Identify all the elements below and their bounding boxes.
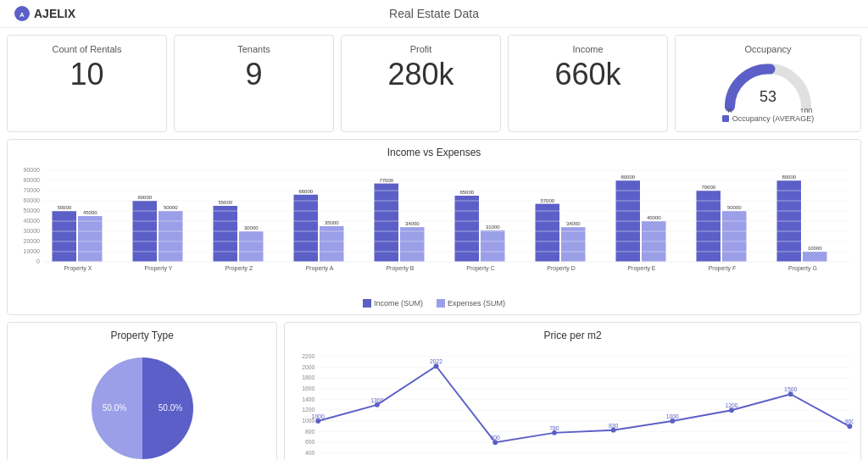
svg-text:Property D: Property D <box>547 265 575 272</box>
svg-text:35000: 35000 <box>325 220 339 225</box>
kpi-label-profit: Profit <box>410 44 432 54</box>
svg-text:60000: 60000 <box>137 195 152 200</box>
svg-text:80000: 80000 <box>620 175 635 180</box>
header: A AJELIX Real Estate Data <box>0 0 868 28</box>
svg-text:100: 100 <box>799 107 812 113</box>
gauge-legend-dot <box>722 115 729 122</box>
bar-legend-income: Income (SUM) <box>363 299 423 308</box>
svg-text:66000: 66000 <box>298 189 313 194</box>
svg-text:40000: 40000 <box>24 218 41 224</box>
pie-chart-card: Property Type 50.0% 50.0% Commercial Pri… <box>7 322 277 460</box>
svg-text:30000: 30000 <box>244 225 259 230</box>
bar-chart-svg: 90000 80000 70000 60000 50000 40000 3000… <box>14 162 854 293</box>
svg-text:80000: 80000 <box>24 177 41 183</box>
svg-text:600: 600 <box>491 435 501 441</box>
kpi-value-tenants: 9 <box>245 58 262 91</box>
kpi-card-profit: Profit 280k <box>341 35 501 132</box>
svg-text:10000: 10000 <box>24 248 41 254</box>
svg-text:1200: 1200 <box>302 407 314 413</box>
svg-text:57000: 57000 <box>540 198 554 203</box>
bar-chart-card: Income vs Expenses 90000 80000 70000 600… <box>7 139 861 315</box>
svg-text:70000: 70000 <box>701 185 715 190</box>
svg-rect-24 <box>53 211 77 262</box>
svg-text:900: 900 <box>845 418 854 424</box>
kpi-label-income: Income <box>572 44 603 54</box>
svg-text:Property C: Property C <box>466 265 494 272</box>
svg-text:Property F: Property F <box>709 265 737 272</box>
svg-point-104 <box>434 363 439 369</box>
svg-text:45000: 45000 <box>83 210 97 215</box>
svg-rect-16 <box>375 184 399 262</box>
svg-point-110 <box>788 391 793 396</box>
svg-rect-5 <box>803 252 827 262</box>
kpi-card-tenants: Tenants 9 <box>174 35 334 132</box>
svg-rect-15 <box>400 227 425 262</box>
svg-text:50000: 50000 <box>24 208 41 213</box>
svg-text:1800: 1800 <box>302 374 314 380</box>
bar-chart-legend: Income (SUM) Expenses (SUM) <box>14 299 854 308</box>
svg-text:50000: 50000 <box>164 205 178 210</box>
svg-rect-11 <box>561 227 586 262</box>
svg-text:34000: 34000 <box>566 221 581 226</box>
svg-text:1500: 1500 <box>784 386 797 392</box>
pie-chart-title: Property Type <box>14 330 270 341</box>
svg-rect-8 <box>697 191 721 262</box>
svg-text:34000: 34000 <box>405 221 420 226</box>
svg-rect-7 <box>722 211 747 262</box>
svg-text:31000: 31000 <box>486 224 500 230</box>
svg-text:40000: 40000 <box>647 215 661 220</box>
page-title: Real Estate Data <box>389 7 479 20</box>
svg-text:77000: 77000 <box>379 178 393 183</box>
pie-chart-svg: 50.0% 50.0% <box>70 345 214 460</box>
svg-rect-17 <box>320 226 344 262</box>
line-chart-card: Price per m2 2200 2000 1800 1600 1400 12… <box>284 322 861 460</box>
logo-icon: A <box>14 5 31 22</box>
svg-text:Property G: Property G <box>788 265 817 272</box>
svg-point-106 <box>552 430 557 435</box>
svg-text:2022: 2022 <box>430 358 442 364</box>
bar-chart-section: Income vs Expenses 90000 80000 70000 600… <box>0 136 868 319</box>
svg-rect-14 <box>455 196 480 262</box>
svg-text:20000: 20000 <box>24 238 41 244</box>
svg-text:800: 800 <box>305 429 315 435</box>
svg-rect-12 <box>536 204 560 262</box>
kpi-label-occupancy: Occupancy <box>744 44 791 54</box>
svg-rect-23 <box>78 216 103 262</box>
kpi-value-rentals: 10 <box>70 58 103 91</box>
svg-text:1000: 1000 <box>312 413 325 419</box>
svg-text:70000: 70000 <box>24 187 41 193</box>
svg-text:53: 53 <box>760 88 776 105</box>
svg-text:780: 780 <box>549 425 559 431</box>
svg-text:1000: 1000 <box>666 413 679 419</box>
svg-text:1600: 1600 <box>302 385 314 391</box>
kpi-label-rentals: Count of Rentals <box>53 44 122 54</box>
kpi-row: Count of Rentals 10 Tenants 9 Profit 280… <box>0 28 868 136</box>
svg-text:830: 830 <box>609 423 619 429</box>
svg-rect-13 <box>481 230 505 262</box>
svg-text:50000: 50000 <box>727 205 742 210</box>
bar-legend-expenses: Expenses (SUM) <box>437 299 505 308</box>
svg-point-103 <box>375 402 380 407</box>
kpi-card-rentals: Count of Rentals 10 <box>7 35 167 132</box>
kpi-value-income: 660k <box>554 58 620 91</box>
kpi-value-profit: 280k <box>387 58 453 91</box>
svg-text:A: A <box>19 11 25 19</box>
svg-text:Property A: Property A <box>306 265 334 272</box>
svg-text:Property B: Property B <box>386 265 414 272</box>
svg-text:400: 400 <box>305 450 315 456</box>
svg-text:55000: 55000 <box>218 200 232 205</box>
line-chart-svg: 2200 2000 1800 1600 1400 1200 1000 800 6… <box>292 345 854 460</box>
svg-text:2000: 2000 <box>302 364 314 370</box>
gauge-legend: Occupancy (AVERAGE) <box>722 114 814 123</box>
logo: A AJELIX <box>14 5 75 22</box>
kpi-card-occupancy: Occupancy 53 0 100 Occupancy (AVERAGE) <box>675 35 861 132</box>
svg-text:Property X: Property X <box>64 265 92 272</box>
kpi-label-tenants: Tenants <box>237 44 270 54</box>
svg-text:Property Y: Property Y <box>145 265 173 272</box>
svg-rect-21 <box>159 211 183 262</box>
svg-text:80000: 80000 <box>782 175 796 180</box>
svg-text:0: 0 <box>727 107 732 113</box>
svg-text:600: 600 <box>305 439 315 445</box>
line-chart-title: Price per m2 <box>292 330 854 341</box>
gauge-svg: 53 0 100 <box>721 58 815 113</box>
